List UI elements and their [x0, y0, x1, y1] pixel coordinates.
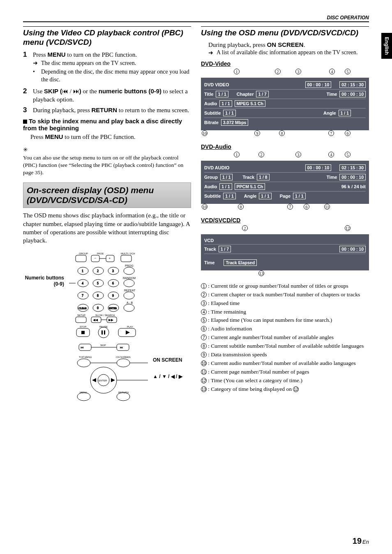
svg-rect-58: [104, 330, 105, 335]
svg-text:−: −: [94, 256, 97, 261]
remote-svg: GROUP PAGE MULTI / 2CH − + PROG RANDOM R…: [67, 250, 150, 402]
svg-text:6: 6: [112, 282, 114, 285]
step-1: 1 Press MENU to turn on the PBC function…: [23, 51, 191, 85]
left-section-title: Using the Video CD playback control (PBC…: [23, 28, 191, 47]
svg-marker-60: [126, 330, 130, 335]
svg-text:PAGE: PAGE: [97, 252, 104, 255]
svg-point-56: [98, 327, 109, 338]
page-columns: Using the Video CD playback control (PBC…: [23, 24, 369, 402]
svg-text:4: 4: [82, 282, 83, 285]
svg-text:RETURN: RETURN: [118, 391, 129, 394]
sub-title: To skip the index menu and play back a d…: [23, 118, 191, 132]
svg-point-21: [124, 267, 134, 275]
svg-text:ENTER: ENTER: [109, 307, 117, 309]
arrow-icon: ➜: [33, 60, 38, 67]
svg-text:9: 9: [112, 294, 114, 298]
svg-text:MENU: MENU: [80, 391, 87, 394]
svg-rect-45: [76, 317, 86, 323]
svg-rect-57: [101, 330, 103, 335]
svg-text:▶▶: ▶▶: [108, 318, 114, 322]
svg-text:⏮: ⏮: [81, 346, 84, 349]
osd-para: The OSD menu shows disc playback informa…: [23, 211, 191, 245]
svg-text:PLAY: PLAY: [127, 325, 133, 328]
callout-legend: 1: Current title or group number/Total n…: [201, 282, 369, 394]
tip: ✳ You can also use the setup menu to tur…: [23, 146, 191, 176]
section-header: DISC OPERATION: [23, 15, 369, 21]
svg-point-28: [124, 279, 134, 287]
svg-text:3: 3: [112, 269, 114, 273]
svg-text:7: 7: [82, 294, 83, 298]
svg-point-70: [117, 359, 130, 367]
svg-text:RANDOM: RANDOM: [123, 277, 136, 279]
svg-text:◀◀: ◀◀: [93, 318, 98, 322]
remote-left-label: Numeric buttons (0-9): [23, 250, 64, 402]
svg-text:2: 2: [97, 269, 99, 273]
svg-point-69: [77, 359, 90, 367]
step-2: 2 Use SKIP (⏮ / ⏭) or the numeric button…: [23, 87, 191, 104]
right-section-title: Using the OSD menu (DVD/VCD/SVCD/CD): [201, 28, 369, 38]
header-rule: [23, 21, 369, 22]
svg-text:CLEAR: CLEAR: [78, 307, 87, 309]
remote-diagram: Numeric buttons (0-9) GROUP PAGE MULTI /…: [23, 250, 191, 402]
svg-point-42: [124, 304, 134, 312]
dvd-video-heading: DVD-Video: [201, 60, 369, 67]
right-column: Using the OSD menu (DVD/VCD/SVCD/CD) Dur…: [201, 24, 369, 402]
sub-text: Press MENU to turn off the PBC function.: [30, 133, 191, 141]
osd-panel-dvd-video: DVD VIDEO 00 : 00 : 10 02 : 15 : 30 Titl…: [201, 78, 369, 130]
svg-text:1: 1: [82, 269, 83, 273]
svg-point-35: [124, 292, 134, 299]
page-number: 19En: [353, 536, 369, 546]
svg-text:A - B: A - B: [127, 301, 133, 304]
svg-text:ON SCREEN: ON SCREEN: [116, 356, 131, 358]
svg-text:SKIP: SKIP: [100, 344, 106, 346]
svg-text:GROUP: GROUP: [79, 252, 88, 255]
svg-text:REPEAT: REPEAT: [124, 289, 136, 292]
svg-text:+: +: [108, 256, 111, 261]
svg-text:PROG: PROG: [125, 264, 134, 267]
svg-text:⏭: ⏭: [120, 346, 123, 349]
skip-icons: ⏮ / ⏭: [62, 88, 79, 95]
language-tab: English: [381, 33, 392, 59]
svg-rect-55: [81, 331, 85, 334]
svg-text:MULTI / 2CH: MULTI / 2CH: [121, 252, 135, 255]
svg-marker-76: [111, 378, 115, 382]
step-3: 3 During playback, press RETURN to retur…: [23, 106, 191, 114]
arrow-icon: ➜: [208, 49, 213, 56]
svg-text:SLOW / SEARCH: SLOW / SEARCH: [95, 314, 115, 316]
left-column: Using the Video CD playback control (PBC…: [23, 24, 191, 402]
svg-marker-75: [92, 378, 96, 382]
svg-point-78: [117, 392, 130, 401]
svg-text:TOP MENU: TOP MENU: [79, 356, 92, 358]
dvd-audio-heading: DVD-Audio: [201, 143, 369, 150]
osd-band-heading: On-screen display (OSD) menu (DVD/VCD/SV…: [23, 182, 191, 208]
osd-panel-vcd: VCD Track1 / 7 00 : 00 : 10 Time Track E…: [201, 234, 369, 270]
osd-panel-dvd-audio: DVD AUDIO 00 : 00 : 10 02 : 15 : 30 Grou…: [201, 161, 369, 204]
svg-rect-4: [76, 255, 86, 262]
svg-text:0: 0: [97, 306, 99, 310]
svg-text:STOP: STOP: [80, 325, 86, 328]
svg-text:PAUSE: PAUSE: [99, 325, 108, 328]
svg-text:8: 8: [97, 294, 99, 298]
svg-rect-10: [121, 255, 131, 262]
tip-icon: ✳: [23, 147, 28, 153]
vcd-heading: VCD/SVCD/CD: [201, 217, 369, 224]
svg-text:5: 5: [97, 282, 99, 285]
svg-point-77: [77, 392, 90, 401]
svg-text:ENTER: ENTER: [99, 379, 107, 382]
dpad-arrows-label: ▲ / ▼ / ◀ / ▶: [153, 374, 190, 379]
svg-text:SETUP: SETUP: [77, 314, 85, 316]
onscreen-label: ON SCREEN: [153, 357, 190, 363]
